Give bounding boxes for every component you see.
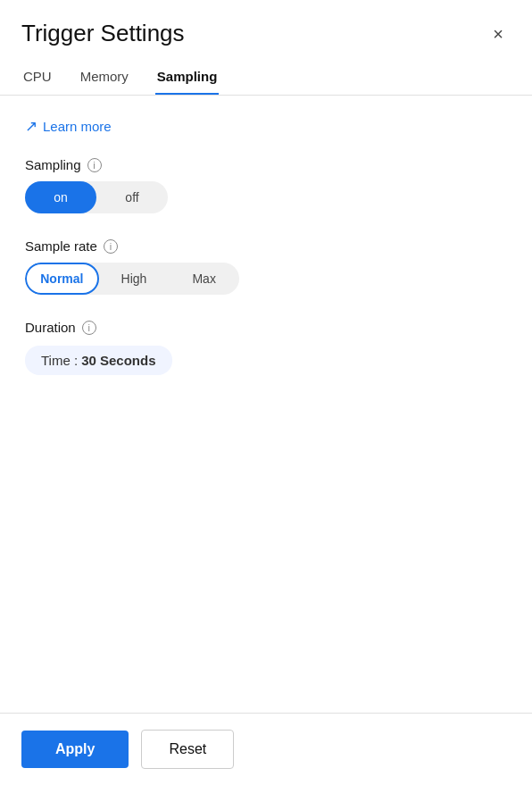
external-link-icon: ↗ [25, 117, 37, 136]
tab-cpu[interactable]: CPU [21, 62, 54, 95]
sample-rate-label-row: Sample rate i [25, 238, 507, 254]
reset-button[interactable]: Reset [141, 730, 234, 769]
sample-rate-section-label: Sample rate [25, 238, 97, 254]
toggle-on[interactable]: on [25, 181, 96, 213]
apply-button[interactable]: Apply [21, 731, 129, 768]
duration-label-row: Duration i [25, 320, 507, 335]
sampling-label-row: Sampling i [25, 157, 507, 172]
tab-bar: CPU Memory Sampling [0, 62, 532, 96]
sample-rate-segment[interactable]: Normal High Max [25, 263, 239, 295]
tab-sampling[interactable]: Sampling [155, 62, 220, 95]
segment-normal[interactable]: Normal [25, 263, 99, 295]
sample-rate-info-icon[interactable]: i [104, 239, 118, 254]
duration-time-value: 30 Seconds [81, 353, 155, 368]
segment-high[interactable]: High [99, 263, 170, 295]
dialog-title: Trigger Settings [21, 20, 185, 47]
close-button[interactable]: × [486, 21, 511, 46]
duration-badge[interactable]: Time : 30 Seconds [25, 346, 172, 375]
duration-section-label: Duration [25, 320, 76, 335]
duration-time-label: Time : [41, 353, 78, 368]
dialog-content: ↗ Learn more Sampling i on off Sample ra… [0, 96, 532, 713]
tab-memory[interactable]: Memory [79, 62, 130, 95]
dialog-header: Trigger Settings × [0, 0, 532, 56]
sampling-info-icon[interactable]: i [87, 158, 102, 172]
learn-more-link[interactable]: ↗ Learn more [25, 117, 507, 136]
segment-max[interactable]: Max [169, 263, 239, 295]
duration-info-icon[interactable]: i [82, 321, 96, 335]
dialog-footer: Apply Reset [0, 713, 532, 785]
learn-more-label: Learn more [43, 119, 112, 134]
trigger-settings-dialog: Trigger Settings × CPU Memory Sampling ↗… [0, 0, 532, 785]
sampling-toggle[interactable]: on off [25, 181, 168, 213]
sampling-section-label: Sampling [25, 157, 81, 172]
toggle-off[interactable]: off [96, 181, 168, 213]
